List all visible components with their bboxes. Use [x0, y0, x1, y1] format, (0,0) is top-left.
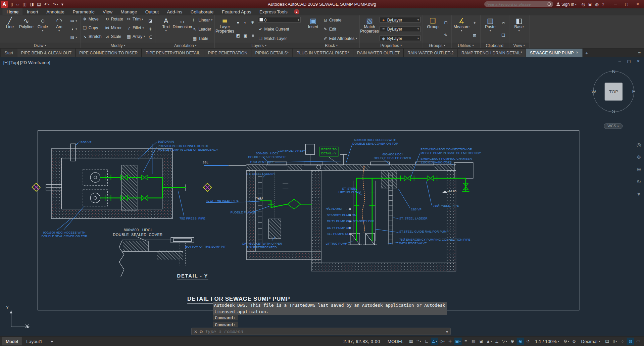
new-file-icon[interactable]: ▯ — [9, 1, 14, 7]
cut-icon[interactable]: ✂ — [500, 20, 507, 25]
layer-color-icon[interactable]: ▣ — [242, 33, 249, 38]
maximize-button[interactable]: ▢ — [621, 0, 632, 8]
tab-close-icon[interactable]: ✕ — [576, 51, 579, 55]
ribbon-tab[interactable]: Add-ins — [163, 8, 186, 15]
group-edit-icon[interactable]: ✎ — [443, 33, 449, 37]
edit-block-button[interactable]: ✎Edit — [323, 26, 357, 32]
panel-title-draw[interactable]: Draw▾ — [0, 43, 80, 48]
viewport-menu[interactable]: [−] — [3, 60, 8, 65]
trim-button[interactable]: ✂Trim▾ — [127, 16, 145, 22]
help-icon[interactable]: ? — [600, 1, 606, 7]
units-button[interactable]: Decimal▾ — [579, 339, 602, 344]
quick-properties-icon[interactable]: ▤ — [603, 337, 611, 345]
selection-cycling-icon[interactable]: ⊞ — [478, 337, 485, 345]
viewcube-top-face[interactable]: TOP — [605, 83, 623, 101]
undo-icon[interactable]: ↶▾ — [43, 1, 51, 7]
file-tab[interactable]: PIPE PENETRATION — [204, 48, 252, 57]
doc-minimize-button[interactable]: ─ — [618, 59, 621, 63]
measure-button[interactable]: ∡Measure▾ — [454, 16, 469, 42]
file-tab[interactable]: PLUG IN VERTICAL RISER* — [293, 48, 353, 57]
insert-block-button[interactable]: ▣Insert — [305, 16, 321, 42]
clean-screen-icon[interactable]: ▭ — [635, 337, 642, 345]
command-close-icon[interactable]: ✕ — [194, 329, 197, 334]
polyline-button[interactable]: ∿Polyline — [18, 16, 34, 42]
layer-properties-button[interactable]: ≣Layer Properties — [217, 16, 233, 42]
group-button[interactable]: ❏Group — [425, 16, 441, 42]
new-layout-button[interactable]: + — [47, 337, 57, 345]
search-go-icon[interactable]: ◎ — [580, 1, 587, 7]
file-tab[interactable]: PIPE BEND & CLEAN OUT — [17, 48, 76, 57]
circle-button[interactable]: ○Circle▾ — [35, 16, 51, 42]
selection-filtering-icon[interactable]: ▽▾ — [501, 337, 508, 345]
lock-ui-icon[interactable]: ▯▾ — [611, 337, 618, 345]
doc-restore-button[interactable]: ▢ — [627, 59, 631, 63]
base-view-button[interactable]: ◧Base▾ — [511, 16, 527, 42]
file-tab[interactable]: SEWAGE SUMP PUMP✕ — [526, 48, 583, 57]
panel-title-annotation[interactable]: Annotation▾ — [156, 43, 214, 48]
viewcube-south[interactable]: S — [612, 108, 615, 114]
tab-overflow-menu-icon[interactable]: ≡ — [635, 48, 644, 57]
model-space-canvas[interactable]: 110Ø VP50Ø DRAINPROVISION FOR CONNECTION… — [0, 57, 644, 336]
mirror-button[interactable]: ⋈Mirror — [105, 24, 123, 30]
save-as-icon[interactable]: ◨ — [29, 1, 35, 7]
lineweight-icon[interactable]: ≡ — [462, 337, 469, 345]
ribbon-display-icon[interactable]: ▴ — [294, 9, 299, 14]
arc-button[interactable]: ◠Arc▾ — [51, 16, 67, 42]
ribbon-tab[interactable]: Parametric — [68, 8, 99, 15]
app-store-cart-icon[interactable]: ⊞ — [587, 1, 593, 7]
layer-off-icon[interactable]: ● — [235, 20, 241, 24]
annotation-visibility-icon[interactable]: ◉ — [516, 337, 524, 345]
panel-title-block[interactable]: Block▾ — [303, 43, 359, 48]
ribbon-tab[interactable]: Manage — [116, 8, 141, 15]
file-tab[interactable]: RAIN WATER OUTLET-2 — [404, 48, 458, 57]
ribbon-tab[interactable]: Featured Apps — [218, 8, 255, 15]
annotation-monitor-icon[interactable]: ⊘ — [571, 337, 578, 345]
rotate-button[interactable]: ↻Rotate — [105, 16, 123, 22]
layer-select[interactable]: 0▾ — [258, 17, 301, 22]
paste-button[interactable]: ▤Paste▾ — [483, 16, 498, 42]
layer-freeze-icon[interactable]: ❄ — [249, 20, 256, 24]
autoscale-icon[interactable]: ↺ — [524, 337, 532, 345]
offset-icon[interactable]: ∈ — [147, 35, 154, 39]
copy-button[interactable]: ❏Copy — [82, 24, 101, 30]
command-line[interactable]: ✕ ⚙ ▾ — [191, 328, 450, 335]
stay-connected-icon[interactable]: ◍ — [593, 1, 600, 7]
isometric-drafting-icon[interactable]: ◇▾ — [439, 337, 446, 345]
match-layer-button[interactable]: ❏Match Layer — [258, 35, 301, 41]
ribbon-tab[interactable]: View — [99, 8, 116, 15]
qat-menu-icon[interactable]: ▾ — [60, 1, 65, 7]
save-icon[interactable]: ◫ — [21, 1, 28, 7]
quick-calc-icon[interactable]: ⊞ — [472, 33, 478, 38]
dimension-button[interactable]: ↔Dimension — [175, 16, 190, 42]
layer-walk-icon[interactable]: ≡ — [249, 33, 256, 38]
graphics-performance-icon[interactable]: ◍ — [627, 337, 634, 345]
leader-button[interactable]: ↖Leader — [192, 26, 212, 32]
panel-title-view[interactable]: View▾ — [509, 43, 529, 48]
create-block-button[interactable]: ⊡Create — [323, 17, 357, 22]
object-color-select[interactable]: ●ByLayer▾ — [379, 17, 420, 22]
search-input[interactable] — [486, 2, 547, 6]
hatch-tool-icon[interactable]: ▨▾ — [69, 35, 78, 39]
match-properties-button[interactable]: ▧Match Properties — [362, 16, 378, 42]
command-customize-icon[interactable]: ⚙ — [199, 329, 203, 334]
model-space-button[interactable]: MODEL — [385, 337, 406, 345]
id-point-icon[interactable]: ⌖ — [472, 20, 478, 26]
navigation-wheel-icon[interactable]: ◎ — [637, 142, 641, 148]
make-current-button[interactable]: ✔Make Current — [258, 26, 301, 32]
file-tab[interactable]: PIPING DETAILS* — [251, 48, 293, 57]
pan-icon[interactable]: ✥ — [637, 154, 641, 160]
file-tab[interactable]: PIPE PENETRATION DETAIL — [142, 48, 204, 57]
array-button[interactable]: ▦Array▾ — [127, 33, 145, 39]
polar-tracking-icon[interactable]: ∠▾ — [431, 337, 438, 345]
panel-title-clipboard[interactable]: Clipboard — [481, 43, 509, 48]
zoom-icon[interactable]: ⊕ — [637, 166, 641, 172]
annotation-scale-button[interactable]: 1:1 / 100%▾ — [533, 339, 562, 344]
navbar-menu-icon[interactable]: ▾ — [638, 191, 640, 197]
object-snap-tracking-icon[interactable]: ✛ — [446, 337, 454, 345]
dynamic-ucs-icon[interactable]: ⊥ — [493, 337, 500, 345]
panel-title-groups[interactable]: Groups▾ — [423, 43, 451, 48]
table-button[interactable]: ▦Table — [192, 35, 212, 41]
viewcube-east[interactable]: E — [632, 89, 636, 94]
scale-button[interactable]: ⊿Scale — [105, 33, 123, 39]
doc-close-button[interactable]: ✕ — [637, 59, 640, 63]
